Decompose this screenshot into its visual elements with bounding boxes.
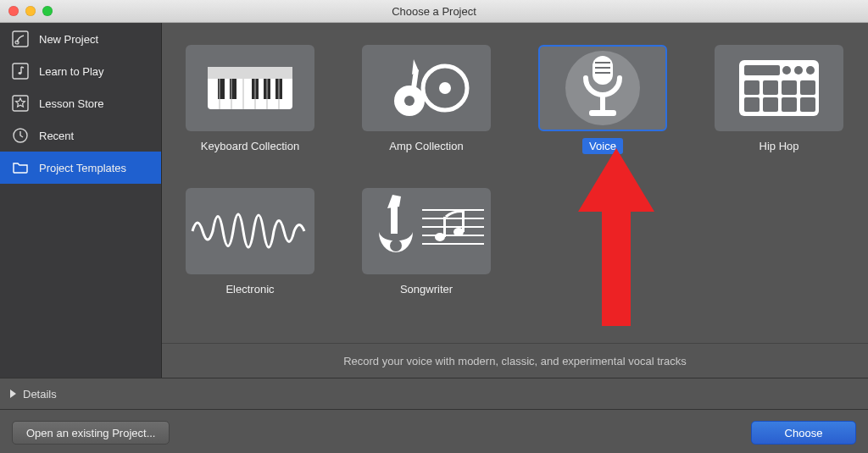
annotation-arrow-icon xyxy=(578,148,654,326)
svg-point-54 xyxy=(390,240,402,251)
drum-pad-icon xyxy=(715,45,843,131)
template-label: Electronic xyxy=(219,281,281,297)
template-songwriter[interactable]: Songwriter xyxy=(364,188,489,297)
sidebar-item-lesson-store[interactable]: Lesson Store xyxy=(0,87,161,119)
svg-rect-52 xyxy=(462,212,465,232)
sidebar-item-recent[interactable]: Recent xyxy=(0,119,161,152)
svg-rect-2 xyxy=(13,64,28,79)
button-label: Choose xyxy=(785,427,823,439)
choose-button[interactable]: Choose xyxy=(751,421,856,445)
templates-grid: Keyboard Collection xyxy=(162,23,868,343)
svg-rect-37 xyxy=(763,80,778,95)
title-bar: Choose a Project xyxy=(0,0,868,23)
sidebar: New Project Learn to Play Lesson Store R… xyxy=(0,23,162,378)
sidebar-item-label: New Project xyxy=(39,33,98,46)
svg-point-3 xyxy=(19,72,22,75)
template-label: Songwriter xyxy=(393,281,459,297)
template-label: Amp Collection xyxy=(382,138,470,154)
content-area: Keyboard Collection xyxy=(162,23,868,378)
svg-point-23 xyxy=(404,96,415,106)
star-icon xyxy=(12,95,29,112)
svg-rect-36 xyxy=(744,80,760,95)
svg-rect-8 xyxy=(218,79,225,99)
sidebar-item-label: Learn to Play xyxy=(39,65,104,78)
template-label: Keyboard Collection xyxy=(194,138,306,154)
keyboard-icon xyxy=(186,45,314,131)
sidebar-item-project-templates[interactable]: Project Templates xyxy=(0,152,161,184)
svg-rect-43 xyxy=(800,97,815,112)
svg-point-33 xyxy=(782,66,791,75)
details-disclosure[interactable]: Details xyxy=(0,378,868,409)
sidebar-item-new-project[interactable]: New Project xyxy=(0,23,161,55)
template-amp-collection[interactable]: Amp Collection xyxy=(364,45,489,154)
svg-point-35 xyxy=(806,66,815,75)
svg-rect-7 xyxy=(208,67,292,79)
button-label: Open an existing Project... xyxy=(26,427,155,439)
svg-point-34 xyxy=(794,66,803,75)
guitar-icon xyxy=(12,30,29,47)
svg-rect-40 xyxy=(744,97,760,112)
svg-rect-50 xyxy=(443,217,446,237)
note-icon xyxy=(12,63,29,80)
amp-icon xyxy=(362,45,491,131)
svg-rect-9 xyxy=(230,79,236,99)
sidebar-item-label: Recent xyxy=(39,130,74,142)
svg-point-20 xyxy=(439,82,451,94)
svg-marker-55 xyxy=(578,148,654,326)
template-voice[interactable]: Voice xyxy=(540,45,665,154)
open-existing-project-button[interactable]: Open an existing Project... xyxy=(12,421,170,445)
footer-bar: Open an existing Project... Choose xyxy=(0,409,868,453)
clock-icon xyxy=(12,127,29,144)
waveform-icon xyxy=(186,188,314,274)
svg-rect-32 xyxy=(744,65,780,75)
svg-rect-30 xyxy=(589,110,616,116)
window-title: Choose a Project xyxy=(0,5,868,18)
svg-rect-25 xyxy=(593,56,613,85)
template-keyboard-collection[interactable]: Keyboard Collection xyxy=(187,45,313,154)
microphone-icon xyxy=(538,45,667,131)
template-description: Record your voice with modern, classic, … xyxy=(162,343,868,378)
svg-rect-0 xyxy=(13,31,28,47)
template-label: Hip Hop xyxy=(753,138,806,154)
svg-rect-39 xyxy=(800,80,815,95)
svg-rect-53 xyxy=(391,205,398,234)
folder-icon xyxy=(12,159,29,176)
songwriter-icon xyxy=(362,188,491,274)
template-hip-hop[interactable]: Hip Hop xyxy=(716,45,842,154)
sidebar-item-label: Lesson Store xyxy=(39,97,104,110)
svg-rect-41 xyxy=(763,97,778,112)
svg-rect-42 xyxy=(782,97,797,112)
template-electronic[interactable]: Electronic xyxy=(187,188,313,297)
disclosure-triangle-icon xyxy=(10,389,16,398)
sidebar-item-label: Project Templates xyxy=(39,162,126,174)
svg-rect-38 xyxy=(782,80,797,95)
svg-rect-29 xyxy=(600,95,605,110)
details-label: Details xyxy=(23,388,57,401)
sidebar-item-learn-to-play[interactable]: Learn to Play xyxy=(0,55,161,87)
